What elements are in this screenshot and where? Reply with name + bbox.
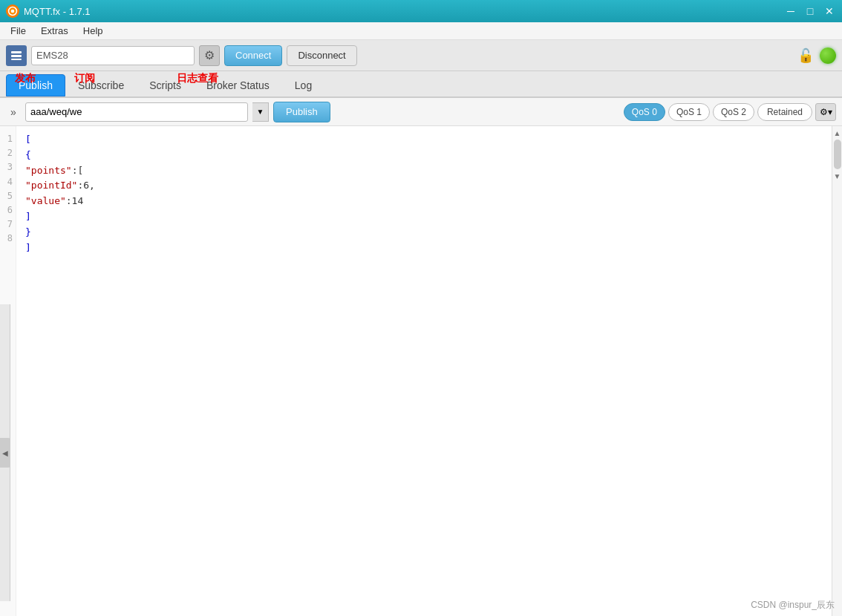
qos2-button[interactable]: QoS 2 [713, 103, 754, 121]
svg-point-1 [11, 10, 15, 13]
close-button[interactable]: ✕ [823, 4, 836, 18]
title-text: MQTT.fx - 1.7.1 [24, 6, 91, 17]
options-icon: ⚙ [820, 107, 828, 117]
menu-bar: File Extras Help [0, 22, 842, 40]
scroll-up-arrow[interactable]: ▲ [832, 128, 843, 138]
connect-button[interactable]: Connect [224, 45, 282, 66]
toolbar: ⚙ Connect Disconnect 🔓 [0, 40, 842, 71]
window-controls: ─ □ ✕ [784, 4, 836, 18]
left-collapse-button[interactable]: ◀ [0, 438, 10, 468]
disconnect-button[interactable]: Disconnect [287, 45, 356, 66]
publish-action-button[interactable]: Publish [273, 102, 330, 122]
qos-group: QoS 0 QoS 1 QoS 2 Retained ⚙ ▾ [624, 103, 836, 121]
broker-icon [6, 45, 27, 66]
tab-subscribe[interactable]: Subscribe [65, 74, 137, 96]
title-bar-left: MQTT.fx - 1.7.1 [6, 4, 91, 18]
options-button[interactable]: ⚙ ▾ [815, 103, 836, 121]
svg-rect-2 [11, 51, 22, 53]
menu-help[interactable]: Help [76, 23, 111, 39]
editor-area: ◀ 12345678 [ { "points":[ "pointId":6, "… [0, 126, 842, 616]
title-bar: MQTT.fx - 1.7.1 ─ □ ✕ [0, 0, 842, 22]
editor-content[interactable]: [ { "points":[ "pointId":6, "value":14 ]… [16, 126, 832, 616]
qos0-button[interactable]: QoS 0 [624, 103, 665, 121]
publish-toolbar: » ▼ Publish QoS 0 QoS 1 QoS 2 Retained ⚙… [0, 98, 842, 126]
chevron-down-icon: ▾ [828, 107, 832, 117]
scroll-thumb[interactable] [834, 140, 841, 169]
tab-log[interactable]: Log [282, 74, 324, 96]
app-icon [6, 4, 19, 18]
minimize-button[interactable]: ─ [784, 4, 797, 18]
toolbar-right: 🔓 [797, 47, 836, 64]
menu-file[interactable]: File [3, 23, 33, 39]
topic-input[interactable] [25, 102, 248, 122]
broker-select[interactable] [31, 46, 195, 65]
qos1-button[interactable]: QoS 1 [668, 103, 710, 121]
connection-status-dot [820, 47, 836, 64]
retained-button[interactable]: Retained [757, 103, 812, 121]
main-content: » ▼ Publish QoS 0 QoS 1 QoS 2 Retained ⚙… [0, 98, 842, 616]
tabs: Publish Subscribe Scripts Broker Status … [0, 71, 842, 98]
expand-button[interactable]: » [6, 105, 21, 119]
settings-button[interactable]: ⚙ [199, 45, 220, 66]
svg-rect-4 [11, 59, 22, 60]
tab-scripts[interactable]: Scripts [137, 74, 194, 96]
tab-publish[interactable]: Publish [6, 74, 65, 96]
maximize-button[interactable]: □ [803, 4, 817, 18]
watermark: CSDN @inspur_辰东 [751, 599, 835, 612]
right-scrollbar: ▲ ▼ [832, 126, 842, 616]
topic-dropdown-button[interactable]: ▼ [252, 102, 269, 122]
scroll-down-arrow[interactable]: ▼ [832, 171, 843, 181]
left-collapse: ◀ [0, 304, 10, 601]
lock-icon: 🔓 [797, 47, 814, 64]
tab-broker-status[interactable]: Broker Status [194, 74, 282, 96]
svg-rect-3 [11, 55, 22, 57]
menu-extras[interactable]: Extras [33, 23, 76, 39]
